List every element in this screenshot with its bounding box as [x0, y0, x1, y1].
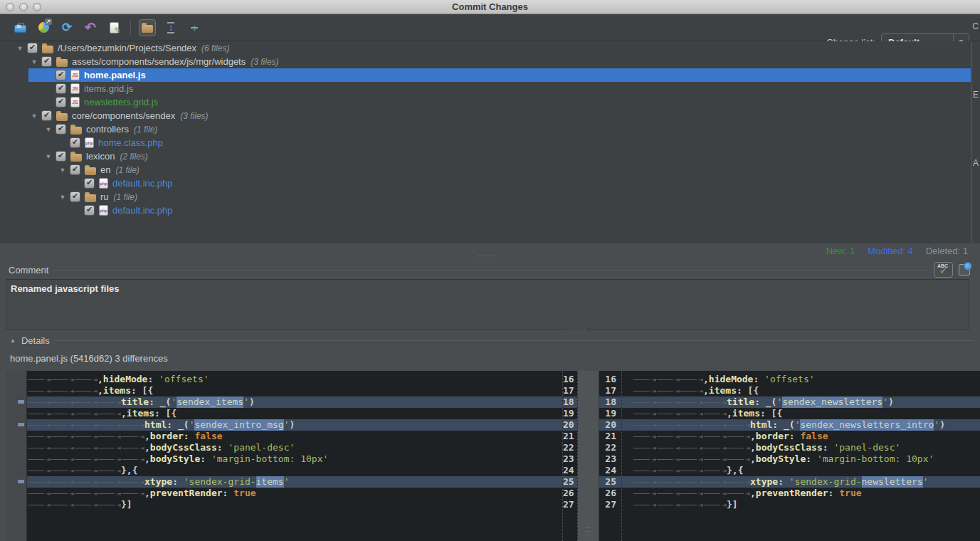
- status-deleted: Deleted: 1: [926, 246, 968, 256]
- tab-whitespace-icon: [703, 442, 727, 453]
- changed-token: sendex_intro_msg: [194, 419, 283, 431]
- expand-arrow-icon[interactable]: ▼: [27, 58, 41, 65]
- tree-item-label: home.panel.js: [84, 70, 146, 80]
- expand-arrow-icon[interactable]: ▼: [13, 45, 27, 52]
- zoom-window-button[interactable]: [33, 3, 41, 11]
- tab-whitespace-icon: [703, 465, 727, 476]
- checkbox[interactable]: [41, 56, 52, 67]
- checkbox[interactable]: [70, 164, 80, 175]
- expand-arrow-icon[interactable]: ▼: [41, 153, 56, 160]
- expand-arrow-icon[interactable]: ▼: [56, 194, 70, 201]
- change-marker[interactable]: [18, 423, 24, 426]
- collapse-details-icon[interactable]: ▲: [10, 337, 16, 344]
- checkbox[interactable]: [41, 110, 52, 121]
- details-header: ▲ Details: [0, 332, 980, 348]
- tree-row[interactable]: ▼/Users/bezumkin/Projects/Sendex(6 files…: [0, 41, 980, 55]
- tab-whitespace-icon: [656, 442, 680, 453]
- diff-right-pane[interactable]: ,hideMode: 'offsets',items: [{title: _('…: [622, 371, 980, 541]
- tree-row[interactable]: JShome.panel.js: [0, 68, 980, 82]
- tree-row[interactable]: phpdefault.inc.php: [0, 204, 980, 217]
- tree-row[interactable]: ▼lexicon(2 files): [0, 149, 980, 163]
- collapse-all-icon[interactable]: ↕: [186, 19, 203, 36]
- file-count: (1 file): [134, 125, 157, 135]
- code-token: 'panel-desc': [228, 442, 295, 453]
- expand-arrow-icon[interactable]: ▼: [41, 126, 56, 133]
- code-line: ,bodyStyle: 'margin-bottom: 10px': [622, 453, 980, 465]
- checkbox[interactable]: [56, 151, 66, 162]
- change-marker[interactable]: [18, 400, 24, 404]
- tab-whitespace-icon: [633, 408, 656, 419]
- code-token: ,: [98, 374, 103, 385]
- expand-arrow-icon[interactable]: ▼: [56, 167, 70, 174]
- tree-row[interactable]: JSnewsletters.grid.js: [0, 95, 980, 109]
- diff-left-pane[interactable]: ,hideMode: 'offsets',items: [{title: _('…: [27, 371, 562, 541]
- code-token: :: [778, 476, 789, 488]
- code-token: _(: [784, 419, 795, 431]
- rollback-icon: ↶: [85, 21, 96, 34]
- line-number: 26: [599, 488, 621, 499]
- cut-off-text: C: [972, 21, 979, 31]
- edit-source-icon[interactable]: [105, 19, 122, 36]
- tab-whitespace-icon: [633, 476, 656, 488]
- checkbox[interactable]: [56, 124, 66, 135]
- change-marker[interactable]: [18, 480, 24, 483]
- code-token: 'panel-desc': [833, 442, 900, 453]
- diff-center-splitter[interactable]: [578, 371, 599, 541]
- tree-row[interactable]: ▼core/components/sendex(3 files): [0, 109, 980, 122]
- tab-whitespace-icon: [680, 396, 703, 408]
- divider: [56, 340, 974, 341]
- commit-message-history-icon[interactable]: [959, 264, 970, 275]
- diff-splitter-handle[interactable]: ·· ·· ··: [585, 526, 591, 537]
- comment-details-splitter-handle[interactable]: ······: [567, 328, 587, 331]
- checkbox[interactable]: [56, 97, 66, 107]
- checkbox[interactable]: [56, 70, 66, 80]
- tree-row[interactable]: JSitems.grid.js: [0, 82, 980, 95]
- expand-all-icon[interactable]: ↕: [162, 19, 179, 36]
- minimize-window-button[interactable]: [19, 3, 28, 11]
- tree-row[interactable]: ▼assets/components/sendex/js/mgr/widgets…: [0, 55, 980, 68]
- tree-row[interactable]: phphome.class.php: [0, 136, 980, 149]
- tab-whitespace-icon: [27, 396, 51, 408]
- code-token: ): [939, 419, 945, 431]
- tab-whitespace-icon: [51, 431, 74, 442]
- tree-row[interactable]: phpdefault.inc.php: [0, 177, 980, 190]
- tree-row[interactable]: ▼en(1 file): [0, 163, 980, 177]
- tree-row[interactable]: ▼controllers(1 file): [0, 122, 980, 136]
- code-token: 'offsets': [764, 374, 814, 385]
- tab-whitespace-icon: [656, 374, 680, 385]
- checkbox[interactable]: [56, 83, 66, 94]
- tree-item-label: default.inc.php: [112, 205, 173, 216]
- refresh-icon[interactable]: ⟳: [58, 19, 75, 36]
- show-diff-icon[interactable]: [11, 19, 28, 36]
- move-to-changelist-icon[interactable]: [35, 19, 52, 36]
- commit-message-input[interactable]: Renamed javascript files: [6, 279, 969, 330]
- code-line: ,bodyCssClass: 'panel-desc': [622, 442, 980, 453]
- checkbox[interactable]: [27, 43, 38, 53]
- folder-icon: [142, 25, 153, 33]
- code-token: true: [839, 488, 861, 499]
- rollback-icon[interactable]: ↶: [82, 19, 99, 36]
- group-by-directory-icon[interactable]: [139, 19, 156, 36]
- spellcheck-button[interactable]: ABC ✔: [934, 262, 953, 278]
- tab-whitespace-icon: [727, 476, 750, 488]
- tab-whitespace-icon: [98, 476, 121, 488]
- code-line: ,border: false: [27, 431, 562, 442]
- checkbox[interactable]: [84, 205, 95, 216]
- folder-icon: [56, 113, 68, 121]
- checkbox[interactable]: [70, 191, 80, 202]
- tab-whitespace-icon: [727, 431, 750, 442]
- tab-whitespace-icon: [633, 442, 656, 453]
- tab-whitespace-icon: [51, 396, 74, 408]
- tree-comment-splitter-handle[interactable]: ····· ·····: [478, 254, 495, 260]
- close-window-button[interactable]: [6, 3, 14, 11]
- code-token: },{: [121, 465, 137, 476]
- checkbox[interactable]: [84, 178, 95, 189]
- tree-row[interactable]: ▼ru(1 file): [0, 190, 980, 204]
- code-token: ': [284, 419, 290, 431]
- details-label[interactable]: Details: [21, 335, 50, 346]
- checkbox[interactable]: [70, 137, 80, 148]
- code-token: }]: [121, 499, 132, 510]
- line-number: 24: [599, 465, 621, 476]
- expand-arrow-icon[interactable]: ▼: [27, 112, 41, 120]
- tab-whitespace-icon: [656, 385, 680, 396]
